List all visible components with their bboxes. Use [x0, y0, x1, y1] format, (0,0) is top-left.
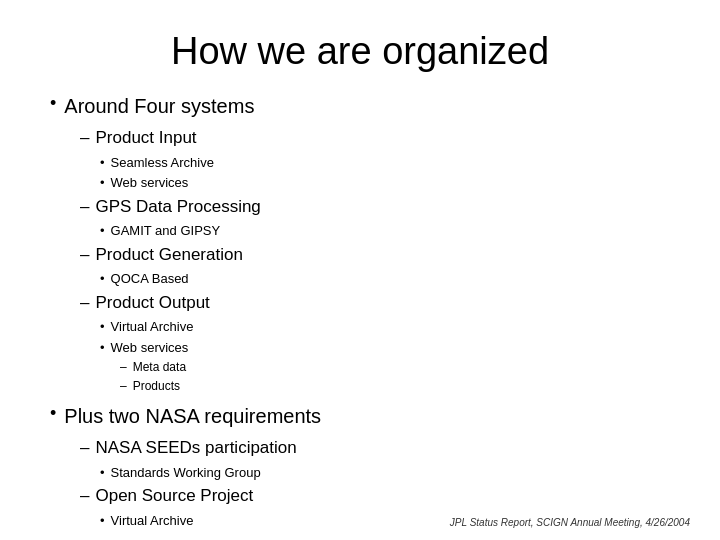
- dot-icon: •: [100, 153, 105, 173]
- dash-icon-4: –: [80, 290, 89, 316]
- dot-web-services-2-text: Web services: [111, 338, 189, 358]
- dot-qoca: • QOCA Based: [100, 269, 670, 289]
- dot-icon: •: [100, 511, 105, 531]
- dash-product-input: – Product Input: [80, 125, 670, 151]
- indent-product-gen: – Product Generation • QOCA Based: [50, 242, 670, 289]
- indent-product-output-items: • Virtual Archive • Web services – Meta …: [80, 317, 670, 395]
- dot-web-services-1: • Web services: [100, 173, 670, 193]
- dot-gamit: • GAMIT and GIPSY: [100, 221, 670, 241]
- sub-dash-icon-2: –: [120, 377, 127, 395]
- sub-dash-products: – Products: [120, 377, 670, 395]
- indent-product-output: – Product Output • Virtual Archive • Web…: [50, 290, 670, 396]
- dot-web-services-1-text: Web services: [111, 173, 189, 193]
- bullet-2: • Plus two NASA requirements: [50, 401, 670, 431]
- indent-product-gen-items: • QOCA Based: [80, 269, 670, 289]
- indent-nasa-seeds: – NASA SEEDs participation • Standards W…: [50, 435, 670, 482]
- dash-icon-2: –: [80, 194, 89, 220]
- dash-text-3: Product Generation: [95, 242, 242, 268]
- dash-text-1: Product Input: [95, 125, 196, 151]
- dash-text-2: GPS Data Processing: [95, 194, 260, 220]
- dot-web-services-2: • Web services: [100, 338, 670, 358]
- indent-sub-items: – Meta data – Products: [100, 358, 670, 395]
- dash-text-4: Product Output: [95, 290, 209, 316]
- indent-nasa-seeds-items: • Standards Working Group: [80, 463, 670, 483]
- dash-icon-3: –: [80, 242, 89, 268]
- dot-icon: •: [100, 463, 105, 483]
- dot-icon: •: [100, 173, 105, 193]
- sub-dash-products-text: Products: [133, 377, 180, 395]
- dash-text-5: NASA SEEDs participation: [95, 435, 296, 461]
- bullet-2-dot: •: [50, 401, 56, 426]
- indent-product-input: – Product Input • Seamless Archive • Web…: [50, 125, 670, 193]
- slide-title: How we are organized: [50, 30, 670, 73]
- footer-text: JPL Status Report, SCIGN Annual Meeting,…: [450, 517, 690, 528]
- dash-product-output: – Product Output: [80, 290, 670, 316]
- dot-icon: •: [100, 317, 105, 337]
- bullet-1: • Around Four systems: [50, 91, 670, 121]
- indent-gps: – GPS Data Processing • GAMIT and GIPSY: [50, 194, 670, 241]
- indent-gps-items: • GAMIT and GIPSY: [80, 221, 670, 241]
- dash-icon-1: –: [80, 125, 89, 151]
- dash-nasa-seeds: – NASA SEEDs participation: [80, 435, 670, 461]
- dash-open-source: – Open Source Project: [80, 483, 670, 509]
- sub-dash-meta: – Meta data: [120, 358, 670, 376]
- dot-standards: • Standards Working Group: [100, 463, 670, 483]
- dot-virtual-archive-2-text: Virtual Archive: [111, 511, 194, 531]
- dot-icon: •: [100, 269, 105, 289]
- dot-seamless-archive: • Seamless Archive: [100, 153, 670, 173]
- dash-icon-5: –: [80, 435, 89, 461]
- dash-product-gen: – Product Generation: [80, 242, 670, 268]
- dot-icon: •: [100, 338, 105, 358]
- dash-text-6: Open Source Project: [95, 483, 253, 509]
- dot-icon: •: [100, 221, 105, 241]
- sub-dash-icon-1: –: [120, 358, 127, 376]
- dot-virtual-archive: • Virtual Archive: [100, 317, 670, 337]
- dot-standards-text: Standards Working Group: [111, 463, 261, 483]
- sub-dash-meta-text: Meta data: [133, 358, 186, 376]
- bullet-1-text: Around Four systems: [64, 91, 254, 121]
- bullet-1-dot: •: [50, 91, 56, 116]
- dot-qoca-text: QOCA Based: [111, 269, 189, 289]
- slide: How we are organized • Around Four syste…: [0, 0, 720, 540]
- dot-seamless-archive-text: Seamless Archive: [111, 153, 214, 173]
- indent-product-input-items: • Seamless Archive • Web services: [80, 153, 670, 193]
- dash-icon-6: –: [80, 483, 89, 509]
- slide-content: • Around Four systems – Product Input • …: [50, 91, 670, 530]
- dot-virtual-archive-text: Virtual Archive: [111, 317, 194, 337]
- dot-gamit-text: GAMIT and GIPSY: [111, 221, 221, 241]
- bullet-2-text: Plus two NASA requirements: [64, 401, 321, 431]
- dash-gps: – GPS Data Processing: [80, 194, 670, 220]
